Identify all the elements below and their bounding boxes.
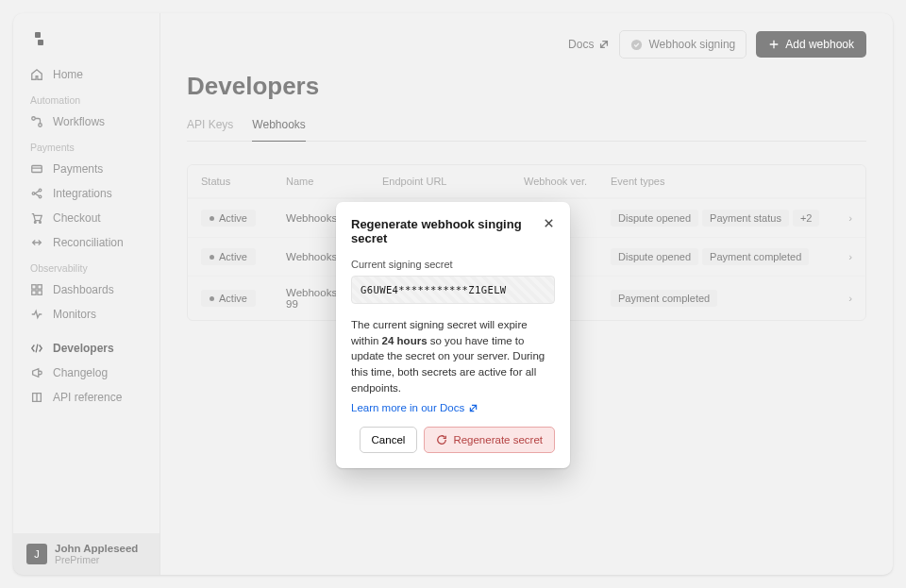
- docs-inline-link[interactable]: Learn more in our Docs: [351, 402, 478, 413]
- regenerate-secret-modal: Regenerate webhook singing secret Curren…: [336, 202, 570, 468]
- link-label: Learn more in our Docs: [351, 402, 464, 413]
- secret-value: G6UWE4***********Z1GELW: [351, 276, 555, 304]
- modal-overlay: Regenerate webhook singing secret Curren…: [13, 13, 893, 575]
- cancel-button[interactable]: Cancel: [360, 427, 418, 453]
- modal-title: Regenerate webhook singing secret: [351, 217, 543, 245]
- btn-label: Regenerate secret: [453, 434, 543, 445]
- external-link-icon: [468, 403, 478, 413]
- field-label: Current signing secret: [351, 259, 555, 270]
- regenerate-button[interactable]: Regenerate secret: [424, 427, 555, 453]
- modal-body: The current signing secret will expire w…: [351, 317, 555, 395]
- close-button[interactable]: [543, 217, 555, 232]
- refresh-icon: [436, 434, 447, 445]
- close-icon: [543, 217, 555, 229]
